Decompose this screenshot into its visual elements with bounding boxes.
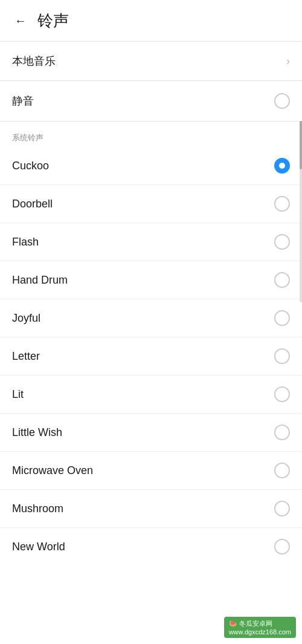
mute-radio[interactable] [274, 93, 290, 109]
ringtone-radio-little-wish[interactable] [274, 424, 290, 440]
watermark-url: www.dgxcdz168.com [229, 628, 291, 636]
ringtone-label-mushroom: Mushroom [12, 503, 63, 515]
ringtone-radio-cuckoo[interactable] [274, 158, 290, 174]
ringtone-item-flash[interactable]: Flash [0, 223, 302, 261]
ringtone-item-hand-drum[interactable]: Hand Drum [0, 261, 302, 299]
ringtone-radio-lit[interactable] [274, 386, 290, 402]
ringtone-label-little-wish: Little Wish [12, 426, 62, 439]
ringtone-label-joyful: Joyful [12, 312, 40, 325]
ringtone-radio-new-world[interactable] [274, 539, 290, 555]
chevron-right-icon: › [286, 55, 290, 68]
ringtone-label-letter: Letter [12, 350, 40, 363]
watermark: 🍉 冬瓜安卓网 www.dgxcdz168.com [224, 617, 296, 638]
ringtone-item-cuckoo[interactable]: Cuckoo [0, 147, 302, 185]
ringtone-label-lit: Lit [12, 388, 24, 401]
ringtone-radio-hand-drum[interactable] [274, 272, 290, 288]
ringtone-item-new-world[interactable]: New World [0, 528, 302, 565]
back-button[interactable]: ← [10, 10, 31, 31]
page-title: 铃声 [37, 10, 69, 31]
scrollbar-thumb[interactable] [300, 121, 302, 169]
ringtone-item-little-wish[interactable]: Little Wish [0, 414, 302, 452]
ringtone-list: CuckooDoorbellFlashHand DrumJoyfulLetter… [0, 147, 302, 565]
system-ringtones-section: 系统铃声 CuckooDoorbellFlashHand DrumJoyfulL… [0, 122, 302, 565]
back-arrow-icon: ← [14, 14, 27, 28]
ringtone-radio-microwave-oven[interactable] [274, 463, 290, 478]
ringtone-item-mushroom[interactable]: Mushroom [0, 490, 302, 528]
watermark-text: 冬瓜安卓网 [239, 620, 272, 627]
watermark-icon: 🍉 [229, 620, 237, 627]
ringtone-radio-doorbell[interactable] [274, 196, 290, 212]
ringtone-label-flash: Flash [12, 236, 39, 249]
mute-label: 静音 [12, 94, 34, 108]
scrollbar-track [300, 121, 302, 302]
ringtone-item-microwave-oven[interactable]: Microwave Oven [0, 452, 302, 490]
ringtone-radio-letter[interactable] [274, 348, 290, 364]
mute-item[interactable]: 静音 [0, 81, 302, 121]
local-music-label: 本地音乐 [12, 54, 56, 68]
ringtone-item-doorbell[interactable]: Doorbell [0, 185, 302, 223]
ringtone-label-new-world: New World [12, 541, 65, 553]
ringtone-label-hand-drum: Hand Drum [12, 274, 68, 287]
ringtone-radio-flash[interactable] [274, 234, 290, 250]
ringtone-radio-joyful[interactable] [274, 310, 290, 326]
system-ringtones-section-label: 系统铃声 [0, 122, 302, 147]
ringtone-label-doorbell: Doorbell [12, 198, 53, 210]
local-music-item[interactable]: 本地音乐 › [0, 42, 302, 80]
ringtone-item-letter[interactable]: Letter [0, 337, 302, 376]
ringtone-item-lit[interactable]: Lit [0, 376, 302, 414]
ringtone-label-microwave-oven: Microwave Oven [12, 464, 93, 477]
ringtone-item-joyful[interactable]: Joyful [0, 299, 302, 337]
ringtone-label-cuckoo: Cuckoo [12, 160, 49, 172]
page-header: ← 铃声 [0, 0, 302, 41]
ringtone-radio-mushroom[interactable] [274, 501, 290, 516]
